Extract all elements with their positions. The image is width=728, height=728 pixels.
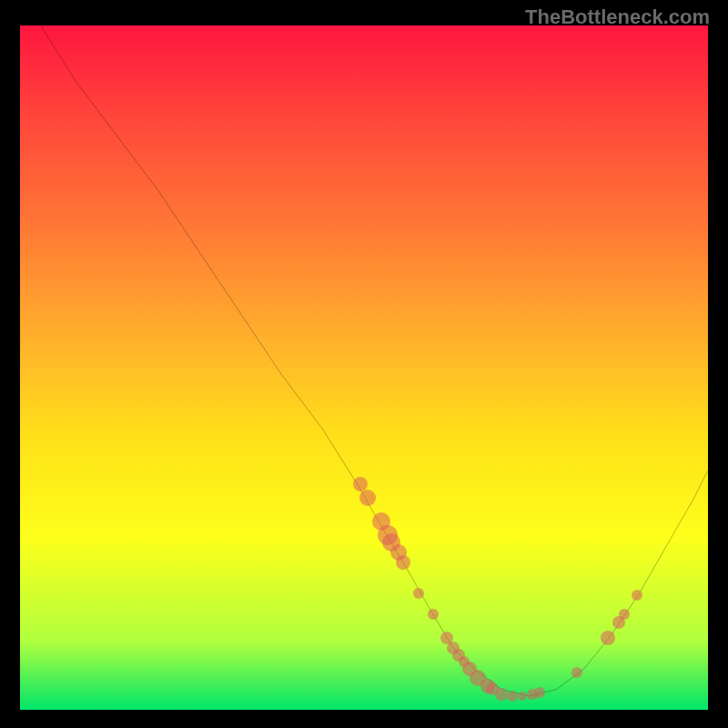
data-marker	[601, 631, 615, 645]
watermark-text: TheBottleneck.com	[525, 5, 710, 29]
chart-plot-area	[20, 25, 708, 710]
data-marker	[413, 588, 424, 599]
data-marker	[632, 590, 642, 601]
data-marker	[571, 667, 582, 678]
data-marker	[396, 555, 410, 570]
data-marker	[619, 609, 630, 620]
data-marker	[518, 692, 527, 701]
data-marker	[359, 490, 376, 506]
curve-line	[20, 25, 708, 710]
data-marker	[507, 691, 518, 702]
data-marker	[428, 609, 439, 620]
data-marker	[534, 687, 545, 698]
